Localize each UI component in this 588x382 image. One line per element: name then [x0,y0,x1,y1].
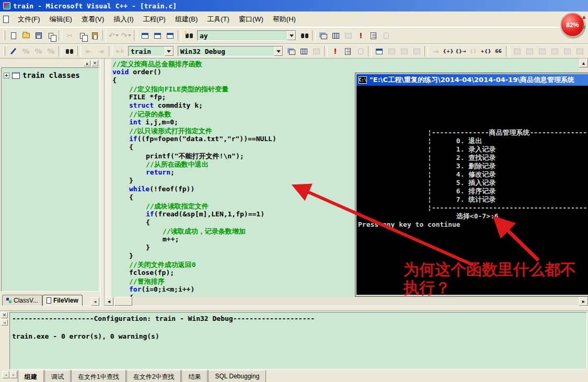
configuration-combobox[interactable]: Win32 Debug [178,46,283,56]
console-window[interactable]: C:\ "E:\C工程\重复的练习\2014-04\2014-04-19\商品信… [355,73,588,296]
output-tab-2[interactable]: 在文件2中查找 [126,370,181,382]
workspace-tab-fileview[interactable]: FileView [42,295,83,306]
menu-item-6[interactable]: 工具(T) [202,13,234,26]
toolbar-standard: ✂↶↷ ay ! [0,27,588,44]
indent-increase-button: ⇥ [95,45,107,57]
console-line-2: ¦ 1. 录入记录 [358,145,588,154]
save-all-button[interactable] [45,30,57,41]
compile-button[interactable] [317,30,329,41]
build-button[interactable] [330,30,342,41]
quick-watch-button[interactable]: 66 [492,45,504,57]
class-tool-2-icon: % [34,48,42,55]
workspace-tabs-scroll-left[interactable]: ◂ [91,297,99,306]
build-button-2[interactable] [298,45,310,57]
save-button[interactable] [32,30,44,41]
output-tab-1[interactable]: 在文件1中查找 [71,370,126,382]
profile-button[interactable] [342,45,354,57]
vertical-splitter[interactable] [100,59,105,306]
menu-item-7[interactable]: 窗口(W) [234,13,268,26]
toolbar-grip [4,31,5,40]
console-line-5: ¦ 4. 修改记录 [358,170,588,179]
goto-definition-button[interactable] [373,45,385,57]
output-tab-[interactable]: 调试 [44,370,71,382]
step-into-button[interactable]: {+} [442,45,454,57]
breakpoint-hand-icon [384,32,389,39]
project-combobox[interactable]: train [128,46,174,56]
close-workspace-button[interactable]: ✕ [91,60,98,66]
workspace-gripper[interactable]: ▴ ✕ [1,60,99,67]
output-toggle-button[interactable] [152,30,164,41]
stop-build-button [342,30,354,41]
class-tool-1-icon: % [22,48,29,55]
goto-definition-icon [376,49,383,54]
output-tabs-scroll-left[interactable]: ◂ [2,371,9,378]
menu-item-8[interactable]: 帮助(H) [268,13,301,26]
watch-window-button [511,45,523,57]
menu-item-0[interactable]: 文件(F) [13,13,45,26]
find-in-files-2-icon [66,49,69,54]
find-in-files-2-button[interactable] [64,45,76,57]
open-button[interactable] [20,30,32,41]
configuration-combobox-value[interactable]: Win32 Debug [180,48,274,55]
step-over-button[interactable]: {}→ [455,45,467,57]
workspace-tab-classv[interactable]: ClassV... [2,295,42,306]
expand-icon[interactable] [4,73,9,78]
output-scroll-left-icon[interactable]: ◃ [1,319,8,326]
pause-icon [358,48,363,54]
workspace-tabs: ClassV...FileView◂ [1,292,99,306]
execute-button[interactable]: ! [355,30,367,41]
find-combobox[interactable]: ay [197,30,296,41]
output-tab-[interactable]: 组建 [18,370,44,382]
menu-item-2[interactable]: 查看(V) [77,13,109,26]
build-order-button[interactable] [367,30,379,41]
scroll-left-icon[interactable]: ◄ [105,297,113,306]
hscroll-thumb[interactable] [114,297,132,306]
editor-hscrollbar[interactable]: ◄ ► [105,297,588,306]
step-over-icon: {}→ [455,49,466,54]
window-list-icon [167,33,174,39]
find-combobox-dropdown-button[interactable] [287,31,296,40]
output-tab-sqldebugging[interactable]: SQL Debugging [208,370,266,382]
menu-item-5[interactable]: 组建(B) [170,13,202,26]
close-output-button[interactable]: ✕ [1,312,8,318]
menu-item-3[interactable]: 插入(I) [109,13,138,26]
project-combobox-value[interactable]: train [131,48,165,55]
wizard-pen-button[interactable] [7,45,19,57]
menu-item-4[interactable]: 工程(P) [139,13,170,26]
class-tool-3-button: % [45,45,57,57]
scroll-right-icon[interactable]: ► [579,297,588,306]
next-definition-button [398,45,410,57]
execute-button-2[interactable]: ! [329,45,341,57]
copy-button[interactable] [76,30,88,41]
find-combo-icon-button[interactable] [183,30,195,41]
menu-item-1[interactable]: 编辑(E) [45,13,77,26]
horizontal-splitter[interactable] [0,306,588,311]
window-list-button[interactable] [164,30,176,41]
hscroll-track[interactable] [132,297,579,306]
output-tabs: ◂▸组建调试在文件1中查找在文件2中查找结果SQL Debugging [2,370,266,382]
output-line-0: --------------------Configuration: train… [12,314,584,323]
console-text: ¦--------------商品管理系统-------------------… [358,129,588,229]
console-padding [358,87,588,129]
paste-button[interactable] [89,30,101,41]
output-text-box[interactable]: --------------------Configuration: train… [9,312,587,369]
workspace-toggle-button[interactable] [139,30,151,41]
compile-button-2[interactable] [285,45,297,57]
toolbar-build: %%%⇤⇥a·b train Win32 Debug !→{+}{}→{}+{}… [0,44,588,59]
console-body: ¦--------------商品管理系统-------------------… [356,86,588,295]
selection-margin [105,59,112,297]
new-file-button[interactable] [7,30,19,41]
find-combobox-value[interactable]: ay [200,32,287,40]
prev-definition-button [411,45,423,57]
run-to-cursor-button[interactable]: +{} [480,45,492,57]
console-title-bar[interactable]: C:\ "E:\C工程\重复的练习\2014-04\2014-04-19\商品信… [356,74,588,86]
configuration-combobox-dropdown-button[interactable] [274,47,283,56]
output-tabs-scroll-right[interactable]: ▸ [10,371,17,378]
find-in-files-button[interactable] [298,30,310,41]
tree-root-item[interactable]: train classes [4,71,97,79]
output-tab-[interactable]: 结果 [181,370,207,382]
project-combobox-dropdown-button[interactable] [165,47,174,56]
editor-vscrollbar[interactable]: ▲ [579,59,588,73]
scroll-up-icon[interactable]: ▲ [579,59,588,67]
dock-toggle-button[interactable]: ▴ [84,60,90,66]
